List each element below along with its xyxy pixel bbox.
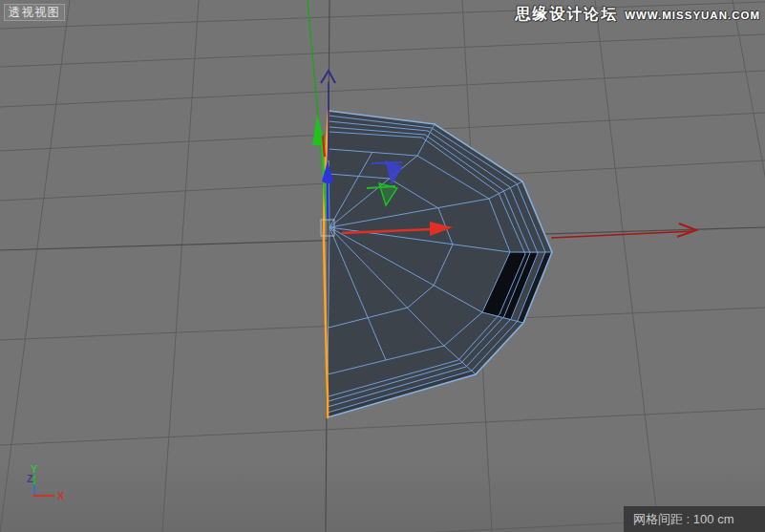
watermark-site-name: 思缘设计论坛 [515, 5, 618, 25]
world-axis-widget: Y Z X [27, 463, 65, 501]
watermark-site-url: WWW.MISSYUAN.COM [625, 10, 760, 21]
perspective-viewport[interactable]: Y Z X 透视视图 思缘设计论坛 WWW.MISSYUAN.COM 网格间距 … [0, 0, 765, 532]
grid-spacing-status: 网格间距 : 100 cm [624, 506, 765, 532]
z-axis-arrow-icon [321, 71, 335, 83]
watermark: 思缘设计论坛 WWW.MISSYUAN.COM [515, 5, 760, 25]
viewport-canvas[interactable]: Y Z X [0, 0, 765, 532]
axis-x-label: X [57, 490, 65, 501]
viewport-title: 透视视图 [4, 4, 65, 21]
axis-z-label: Z [27, 473, 33, 484]
half-octagon-mesh[interactable] [324, 111, 552, 417]
